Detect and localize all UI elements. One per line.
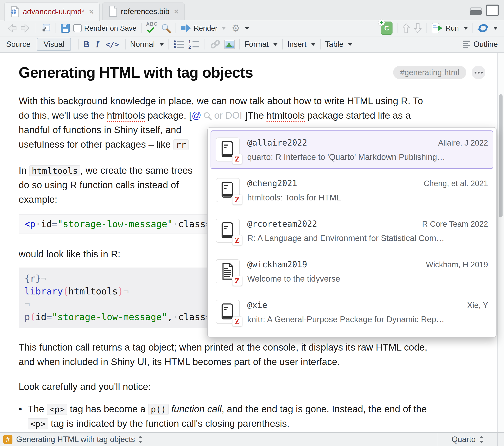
run-dropdown-caret[interactable] — [463, 27, 468, 30]
zotero-badge: Z — [232, 235, 242, 245]
format-toolbar: Source Visual B I </> Normal 12 Format I… — [0, 36, 504, 52]
ellipsis-icon — [475, 72, 476, 73]
render-button[interactable]: Render — [180, 24, 217, 33]
save-icon — [60, 23, 70, 33]
run-button[interactable]: Run — [432, 23, 468, 34]
open-in-new-window-button[interactable] — [41, 23, 51, 33]
citation-item-wickham2019[interactable]: Z @wickham2019Wickham, H 2019 Welcome to… — [211, 252, 493, 291]
zotero-badge: Z — [232, 154, 242, 164]
tab-label: advanced-ui.qmd* — [23, 7, 85, 16]
inline-code: <p> — [28, 418, 48, 429]
citation-title: htmltools: Tools for HTML — [247, 193, 488, 202]
insert-chunk-button[interactable]: C+ — [381, 21, 393, 35]
save-button[interactable] — [60, 23, 70, 33]
citation-author-year: Allaire, J 2022 — [438, 138, 488, 147]
more-options-button[interactable] — [472, 66, 485, 79]
table-menu[interactable]: Table — [325, 40, 353, 49]
italic-button[interactable]: I — [96, 39, 99, 50]
paragraph-5: Look carefully and you'll notice: — [19, 379, 485, 394]
run-icon — [432, 23, 443, 34]
inline-code-button[interactable]: </> — [106, 40, 119, 49]
insert-image-button[interactable] — [224, 40, 235, 49]
citation-item-allaire2022[interactable]: Z @allaire2022Allaire, J 2022 quarto: R … — [211, 130, 493, 169]
citation-author-year: Xie, Y — [467, 301, 488, 310]
paragraph-line: and when included in Shiny UI, its HTML … — [19, 355, 485, 369]
citation-title: R: A Language and Environment for Statis… — [247, 234, 488, 243]
citation-insert-widget[interactable]: [@or DOI ] — [189, 110, 248, 121]
scrollbar-thumb[interactable] — [499, 94, 503, 217]
citation-search-icon — [203, 112, 212, 120]
render-dropdown-caret[interactable] — [221, 27, 226, 30]
settings-button[interactable]: ⚙ — [232, 23, 249, 33]
numbered-list-button[interactable]: 12 — [188, 39, 200, 49]
zotero-badge: Z — [232, 195, 242, 205]
source-document-button[interactable] — [477, 23, 498, 33]
citation-item-xie[interactable]: Z @xieXie, Y knitr: A General-Purpose Pa… — [211, 293, 493, 331]
down-arrow-icon — [414, 23, 422, 34]
close-tab-icon[interactable]: × — [173, 7, 179, 16]
svg-text:2: 2 — [188, 45, 191, 49]
image-icon — [224, 40, 235, 49]
source-mode-button[interactable]: Source — [6, 40, 31, 49]
status-outline-selector[interactable]: Generating HTML with tag objects — [16, 435, 135, 444]
paragraph-line: This function call returns a tag object;… — [19, 340, 485, 355]
updown-arrows-icon — [479, 435, 484, 444]
tab-advanced-ui-qmd[interactable]: advanced-ui.qmd* × — [4, 2, 100, 21]
render-on-save-checkbox[interactable] — [73, 24, 82, 32]
table-caret — [348, 43, 353, 46]
go-to-previous-chunk-button[interactable] — [402, 23, 410, 34]
close-tab-icon[interactable]: × — [88, 7, 93, 16]
document-mode-selector[interactable]: Quarto — [438, 433, 497, 446]
outline-toggle-button[interactable]: Outline — [462, 40, 498, 49]
rstudio-editor-window: advanced-ui.qmd* × references.bib × — [0, 0, 504, 446]
status-bar-end-segment — [497, 433, 504, 446]
citation-title: Welcome to the tidyverse — [247, 274, 488, 283]
settings-dropdown-caret[interactable] — [245, 27, 249, 30]
bullet-list-icon — [173, 39, 185, 49]
vertical-scrollbar[interactable] — [497, 53, 504, 433]
citation-at-sign: @ — [192, 110, 201, 121]
tab-references-bib[interactable]: references.bib × — [102, 2, 185, 20]
minimize-pane-icon[interactable] — [470, 7, 482, 16]
citation-key: @xie — [247, 300, 267, 310]
citation-autocomplete-popup: Z @allaire2022Allaire, J 2022 quarto: R … — [207, 127, 497, 338]
insert-link-button[interactable] — [210, 39, 221, 50]
format-menu[interactable]: Format — [244, 40, 278, 49]
back-button[interactable] — [6, 24, 17, 33]
search-icon — [161, 23, 171, 33]
gear-icon: ⚙ — [232, 23, 240, 33]
find-replace-button[interactable] — [161, 23, 171, 33]
forward-arrow-icon — [20, 24, 31, 33]
heading-anchor-badge: #generating-html — [393, 66, 466, 79]
popout-window-icon — [41, 23, 51, 33]
outline-icon — [462, 40, 471, 49]
normal-dropdown-caret — [159, 43, 164, 46]
forward-button[interactable] — [20, 24, 31, 33]
paragraph-line: The <p> tag has become a p() function ca… — [28, 402, 427, 416]
spellcheck-button[interactable]: ABC — [146, 22, 158, 34]
citation-key: @rcoreteam2022 — [247, 219, 317, 229]
visual-mode-button[interactable]: Visual — [37, 38, 71, 51]
paragraph-style-dropdown[interactable]: Normal — [130, 40, 164, 49]
link-icon — [210, 39, 221, 50]
zotero-badge: Z — [232, 316, 242, 326]
file-icon — [108, 6, 118, 17]
up-arrow-icon — [402, 23, 410, 34]
citation-key: @cheng2021 — [247, 178, 297, 188]
paragraph-line: <p> tag is indicated by the function cal… — [28, 416, 427, 431]
go-to-next-chunk-button[interactable] — [414, 23, 422, 34]
render-on-save-option[interactable]: Render on Save — [73, 24, 137, 32]
source-dropdown-caret[interactable] — [493, 27, 498, 30]
insert-code-chunk-icon: C+ — [381, 21, 393, 35]
bullet-list-button[interactable] — [173, 39, 185, 49]
citation-item-rcoreteam2022[interactable]: Z @rcoreteam2022R Core Team 2022 R: A La… — [211, 212, 493, 250]
bold-button[interactable]: B — [83, 39, 89, 49]
format-caret — [273, 43, 278, 46]
maximize-pane-icon[interactable] — [486, 4, 499, 16]
quarto-file-icon — [10, 6, 19, 17]
paragraph-line: With this background knowledge in place,… — [19, 94, 485, 108]
bullet-marker: • — [19, 402, 22, 431]
citation-item-cheng2021[interactable]: Z @cheng2021Cheng, et al. 2021 htmltools… — [211, 171, 493, 209]
insert-menu[interactable]: Insert — [287, 40, 316, 49]
zotero-badge: Z — [232, 276, 242, 286]
